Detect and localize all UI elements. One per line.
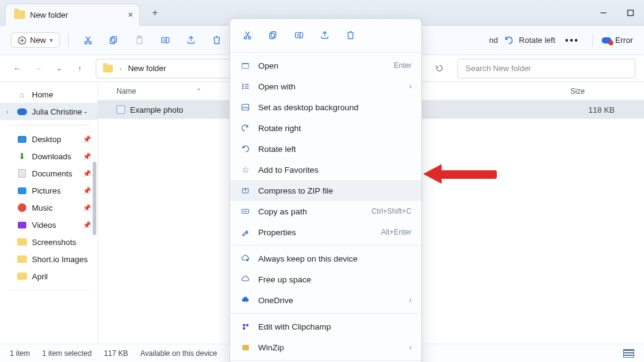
shortcut: Enter [394,61,412,70]
ctx-rename-icon[interactable]: A [290,26,307,43]
document-icon [17,168,27,178]
sidebar-home[interactable]: ⌂ Home [0,86,98,103]
sidebar-item-label: Screenshots [32,238,76,247]
sidebar-onedrive[interactable]: › Julia Christine - [0,103,98,120]
window-tab[interactable]: New folder × [5,4,140,26]
close-tab-icon[interactable]: × [128,10,133,20]
delete-icon[interactable] [206,30,227,51]
sidebar-item-documents[interactable]: Documents📌 [0,165,98,182]
ctx-label: Copy as path [258,207,307,216]
svg-rect-21 [269,33,274,39]
svg-text:A: A [163,38,166,42]
back-button[interactable]: ← [9,60,26,77]
download-icon: ⬇ [17,151,27,161]
separator [592,34,593,47]
minimize-button[interactable] [590,0,617,26]
rotate-left-button[interactable]: Rotate left [503,35,555,46]
sidebar-item-label: Short.io Images [32,255,88,264]
ctx-label: Add to Favorites [258,165,318,175]
sync-error[interactable]: Error [602,36,633,45]
tab-title: New folder [30,10,68,20]
sidebar-item-music[interactable]: Music📌 [0,199,98,216]
openwith-icon [240,81,251,92]
folder-icon [17,237,27,247]
sidebar-item-april[interactable]: April [0,268,98,285]
ctx-winzip[interactable]: WinZip› [230,337,421,358]
scrollbar[interactable] [93,162,96,235]
details-view-button[interactable] [623,349,634,358]
more-button[interactable]: ••• [560,35,584,46]
col-size-header[interactable]: Size [570,87,626,96]
submenu-icon: › [409,296,412,304]
ctx-set-background[interactable]: Set as desktop background [230,97,421,118]
ctx-copy-as-path[interactable]: Copy as pathCtrl+Shift+C [230,201,421,222]
item-count: 1 item [10,349,30,358]
rename-icon[interactable]: A [155,30,175,51]
cut-icon[interactable] [77,30,98,51]
ctx-rotate-left[interactable]: Rotate left [230,138,421,159]
new-label: New [30,36,46,45]
search-input[interactable]: Search New folder [458,59,635,78]
ctx-delete-icon[interactable] [342,26,359,43]
sidebar-item-label: Desktop [32,135,61,144]
sidebar-item-desktop[interactable]: Desktop📌 [0,130,98,148]
pin-icon: 📌 [83,187,91,195]
ctx-free-space[interactable]: Free up space [230,269,421,290]
forward-button[interactable]: → [29,60,47,77]
up-button[interactable]: ↑ [71,60,88,77]
copy-icon[interactable] [103,30,124,51]
sidebar-item-label: April [32,272,48,281]
sidebar-item-videos[interactable]: Videos📌 [0,216,98,233]
recent-button[interactable]: ⌄ [50,60,67,77]
ctx-share-icon[interactable] [316,26,333,43]
maximize-button[interactable] [617,0,644,26]
shortcut: Alt+Enter [381,228,412,236]
clipchamp-icon [240,321,251,332]
cloud-icon [240,274,251,285]
sidebar-item-screenshots[interactable]: Screenshots [0,233,98,251]
ctx-label: Rotate right [258,124,301,133]
ctx-clipchamp[interactable]: Edit with Clipchamp [230,316,421,337]
ctx-open[interactable]: OpenEnter [230,55,421,76]
ctx-open-with[interactable]: Open with› [230,76,421,97]
new-button[interactable]: New ▾ [11,32,59,48]
sidebar-item-label: Videos [32,221,56,230]
sidebar-item-label: Home [32,90,53,99]
ctx-compress-zip[interactable]: Compress to ZIP file [230,180,421,201]
separator [68,34,69,47]
ctx-rotate-right[interactable]: Rotate right [230,118,421,138]
ctx-properties[interactable]: PropertiesAlt+Enter [230,222,421,243]
svg-point-5 [85,42,87,44]
ctx-onedrive[interactable]: OneDrive› [230,290,421,311]
sidebar-item-label: Julia Christine - [32,107,87,116]
sidebar: ⌂ Home › Julia Christine - Desktop📌 ⬇Dow… [0,82,98,344]
ctx-label: Free up space [258,275,311,284]
sort-icon: ⌃ [196,88,201,94]
ctx-label: Rotate left [258,145,296,154]
rotate-right-icon [240,123,251,134]
share-icon[interactable] [180,30,201,51]
ctx-label: Properties [258,228,296,237]
pin-icon: 📌 [83,153,91,160]
ctx-label: Compress to ZIP file [258,186,333,195]
refresh-button[interactable] [431,60,448,77]
svg-rect-10 [110,38,115,43]
sidebar-item-pictures[interactable]: Pictures📌 [0,182,98,199]
zip-icon [240,185,251,196]
svg-line-7 [86,37,90,42]
sidebar-item-shortio[interactable]: Short.io Images [0,251,98,268]
svg-point-27 [242,84,243,85]
address-location: New folder [128,64,166,73]
availability: Available on this device [140,349,217,358]
ctx-always-keep[interactable]: Always keep on this device [230,248,421,269]
ctx-cut-icon[interactable] [239,26,256,43]
paste-icon[interactable] [129,30,150,51]
sidebar-item-downloads[interactable]: ⬇Downloads📌 [0,148,98,165]
new-tab-button[interactable]: + [148,4,161,22]
file-name: Example photo [130,105,183,115]
pin-icon: 📌 [83,221,91,229]
expand-icon[interactable]: › [6,108,12,115]
winzip-icon [240,342,251,353]
ctx-copy-icon[interactable] [264,26,282,43]
ctx-add-favorites[interactable]: ☆Add to Favorites [230,159,421,180]
